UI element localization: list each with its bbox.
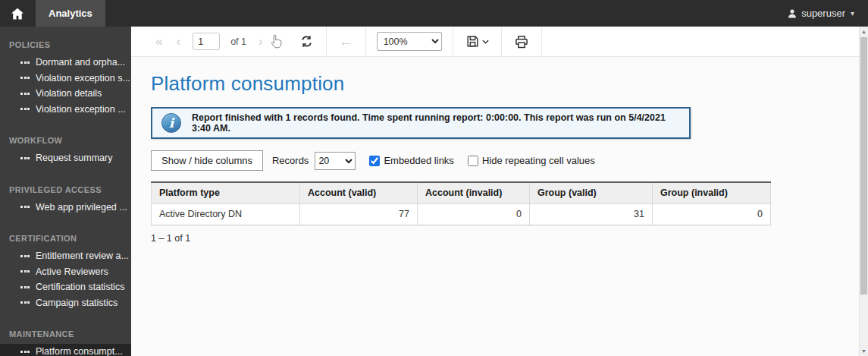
sidebar-item-label: Request summary bbox=[36, 153, 112, 163]
user-menu[interactable]: superuser ▾ bbox=[773, 0, 868, 27]
scrollbar-thumb[interactable] bbox=[860, 37, 867, 295]
refresh-icon bbox=[299, 34, 314, 49]
page-number-input[interactable] bbox=[193, 33, 220, 50]
sidebar-section-privileged-access: PRIVILEGED ACCESS Web app privileged ... bbox=[0, 179, 131, 216]
sidebar-item-label: Violation details bbox=[36, 88, 102, 99]
vertical-scrollbar[interactable]: ▲ ▼ bbox=[859, 27, 868, 356]
sidebar-item-certification-statistics[interactable]: Certification statistics bbox=[0, 279, 131, 295]
report-dots-icon bbox=[20, 108, 30, 110]
sidebar-item-web-app-privileged[interactable]: Web app privileged ... bbox=[0, 200, 131, 216]
records-label: Records bbox=[272, 155, 309, 166]
print-group bbox=[502, 27, 541, 56]
sidebar-header-certification: CERTIFICATION bbox=[0, 228, 131, 248]
sidebar-item-campaign-statistics[interactable]: Campaign statistics bbox=[0, 295, 131, 311]
report-info-banner: i Report finished with 1 records found. … bbox=[151, 107, 691, 139]
column-header-group-invalid[interactable]: Group (invalid) bbox=[653, 182, 771, 203]
sidebar-item-label: Violation exception s... bbox=[36, 73, 130, 83]
sidebar-section-workflow: WORKFLOW Request summary bbox=[0, 130, 131, 166]
report-dots-icon bbox=[20, 351, 30, 353]
report-status-text: Report finished with 1 records found. Ti… bbox=[192, 112, 680, 134]
save-dropdown-chevron-icon bbox=[482, 39, 489, 44]
page-title: Platform consumption bbox=[151, 72, 848, 96]
embedded-links-group: Embedded links bbox=[369, 155, 454, 166]
cell-account-invalid: 0 bbox=[418, 203, 530, 225]
export-group bbox=[453, 27, 501, 56]
sidebar-item-label: Dormant and orpha... bbox=[36, 57, 125, 68]
user-icon bbox=[787, 8, 797, 19]
report-dots-icon bbox=[20, 270, 30, 273]
sidebar-header-maintenance: MAINTENANCE bbox=[0, 323, 131, 344]
sidebar-item-violation-exception[interactable]: Violation exception ... bbox=[0, 102, 131, 118]
tab-analytics[interactable]: Analytics bbox=[36, 0, 105, 27]
column-header-platform-type[interactable]: Platform type bbox=[152, 182, 300, 203]
sidebar-item-entitlement-review[interactable]: Entitlement review a... bbox=[0, 248, 131, 264]
sidebar-item-violation-exception-s[interactable]: Violation exception s... bbox=[0, 71, 131, 87]
save-icon bbox=[465, 34, 480, 49]
sidebar-header-workflow: WORKFLOW bbox=[0, 130, 131, 150]
prev-page-button[interactable]: ‹ bbox=[174, 33, 182, 49]
report-dots-icon bbox=[20, 77, 30, 79]
user-menu-caret-icon: ▾ bbox=[851, 9, 854, 17]
zoom-select[interactable]: 100% bbox=[377, 32, 442, 51]
column-header-account-valid[interactable]: Account (valid) bbox=[300, 182, 418, 203]
cell-group-valid: 31 bbox=[530, 203, 653, 225]
print-icon bbox=[514, 34, 529, 49]
sidebar-item-label: Certification statistics bbox=[36, 282, 124, 292]
cell-account-valid: 77 bbox=[300, 203, 418, 225]
sidebar-item-request-summary[interactable]: Request summary bbox=[0, 150, 131, 166]
info-icon: i bbox=[161, 113, 181, 133]
cell-group-invalid: 0 bbox=[653, 203, 771, 225]
first-page-button[interactable]: « bbox=[154, 33, 164, 49]
top-bar: Analytics superuser ▾ bbox=[0, 0, 868, 27]
cell-platform-type: Active Directory DN bbox=[152, 203, 300, 225]
save-export-button[interactable] bbox=[464, 33, 490, 50]
tab-analytics-label: Analytics bbox=[49, 8, 92, 19]
sidebar-item-label: Web app privileged ... bbox=[36, 202, 127, 213]
sidebar-item-dormant-and-orphaned[interactable]: Dormant and orpha... bbox=[0, 55, 131, 71]
sidebar-item-label: Violation exception ... bbox=[36, 104, 126, 115]
main-area: « ‹ of 1 › ← bbox=[131, 27, 868, 356]
sidebar-item-active-reviewers[interactable]: Active Reviewers bbox=[0, 264, 131, 280]
hide-repeating-label[interactable]: Hide repeating cell values bbox=[482, 155, 595, 166]
embedded-links-checkbox[interactable] bbox=[369, 156, 380, 166]
paging-group: « ‹ of 1 › bbox=[143, 27, 326, 56]
report-dots-icon bbox=[20, 255, 30, 257]
sidebar-section-policies: POLICIES Dormant and orpha... Violation … bbox=[0, 34, 131, 117]
table-row: Active Directory DN 77 0 31 0 bbox=[152, 203, 771, 225]
home-icon bbox=[9, 6, 26, 21]
sidebar-section-maintenance: MAINTENANCE Platform consumpt... bbox=[0, 323, 131, 356]
report-dots-icon bbox=[20, 301, 30, 304]
column-header-account-invalid[interactable]: Account (invalid) bbox=[418, 182, 530, 203]
refresh-button[interactable] bbox=[298, 33, 315, 50]
back-button[interactable]: ← bbox=[337, 33, 355, 50]
sidebar-item-label: Active Reviewers bbox=[36, 266, 108, 277]
user-name: superuser bbox=[801, 8, 845, 19]
scrollbar-down-arrow-icon[interactable]: ▼ bbox=[860, 346, 868, 356]
show-hide-columns-button[interactable]: Show / hide columns bbox=[151, 150, 263, 171]
sidebar-header-policies: POLICIES bbox=[0, 34, 131, 55]
next-page-button[interactable]: › bbox=[257, 33, 265, 49]
sidebar-header-privileged-access: PRIVILEGED ACCESS bbox=[0, 179, 131, 200]
sidebar-item-violation-details[interactable]: Violation details bbox=[0, 86, 131, 102]
pagination-status: 1 – 1 of 1 bbox=[151, 233, 848, 244]
sidebar-item-label: Campaign statistics bbox=[36, 298, 118, 308]
topbar-spacer bbox=[105, 0, 773, 27]
home-button[interactable] bbox=[0, 0, 35, 27]
column-header-group-valid[interactable]: Group (valid) bbox=[530, 182, 653, 203]
print-button[interactable] bbox=[512, 33, 531, 51]
report-toolbar: « ‹ of 1 › ← bbox=[131, 27, 868, 57]
embedded-links-label[interactable]: Embedded links bbox=[384, 155, 454, 166]
report-dots-icon bbox=[20, 206, 30, 208]
sidebar-item-label: Entitlement review a... bbox=[36, 250, 129, 261]
report-dots-icon bbox=[20, 286, 30, 288]
hide-repeating-checkbox[interactable] bbox=[468, 156, 478, 166]
report-controls: Show / hide columns Records 20 Embedded … bbox=[151, 150, 848, 171]
scrollbar-up-arrow-icon[interactable]: ▲ bbox=[860, 27, 868, 36]
report-dots-icon bbox=[20, 61, 30, 64]
records-per-page-select[interactable]: 20 bbox=[315, 152, 356, 170]
sidebar: POLICIES Dormant and orpha... Violation … bbox=[0, 27, 131, 356]
table-header-row: Platform type Account (valid) Account (i… bbox=[152, 182, 771, 203]
last-page-button[interactable] bbox=[275, 40, 287, 43]
sidebar-section-certification: CERTIFICATION Entitlement review a... Ac… bbox=[0, 228, 131, 310]
sidebar-item-platform-consumption[interactable]: Platform consumpt... bbox=[0, 344, 131, 356]
